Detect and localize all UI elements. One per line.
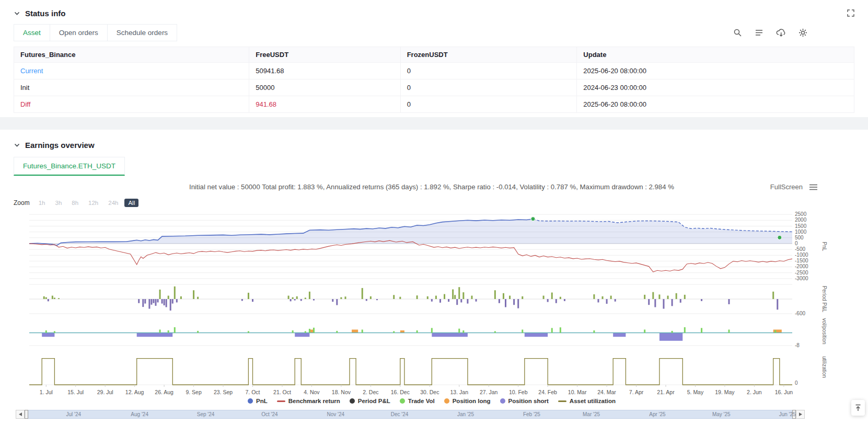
period-pnl-bar — [172, 299, 173, 304]
period-pnl-bar — [366, 299, 367, 301]
x-axis-label: 10. Mar — [568, 389, 587, 395]
period-pnl-bar — [672, 299, 673, 306]
period-pnl-bar — [564, 299, 565, 301]
tab-asset[interactable]: Asset — [14, 24, 50, 41]
multi-panel-chart[interactable]: 25002000150010005000-500-1000-1500-2000-… — [14, 210, 850, 396]
section-title-earnings-overview: Earnings overview — [25, 141, 95, 150]
legend-label: Asset utilization — [570, 398, 616, 404]
nav-right-icon[interactable] — [796, 410, 805, 419]
period-pnl-bar — [676, 293, 677, 299]
trade-vol-bar — [305, 331, 306, 333]
period-pnl-bar — [648, 299, 650, 305]
zoom-button-12h[interactable]: 12h — [85, 199, 102, 207]
period-pnl-bar — [166, 299, 167, 307]
period-pnl-bar — [505, 299, 506, 307]
period-pnl-bar — [313, 299, 315, 301]
tab-open-orders[interactable]: Open orders — [50, 24, 108, 41]
navigator-month-label: Sep '24 — [197, 411, 215, 417]
legend-item-period-p-l[interactable]: Period P&L — [350, 398, 390, 404]
period-pnl-bar — [144, 299, 146, 304]
period-pnl-bar — [543, 296, 545, 299]
chart-navigator: Jul '24Aug '24Sep '24Oct '24Nov '24Dec '… — [16, 410, 805, 419]
diff-update-time: 2025-06-20 08:00:00 — [577, 96, 854, 113]
position-short-bar — [295, 333, 309, 337]
expand-icon[interactable] — [847, 9, 854, 17]
trade-vol-bar — [774, 330, 776, 333]
period-pnl-bar — [52, 296, 53, 299]
list-icon[interactable] — [755, 28, 763, 37]
zoom-button-3h[interactable]: 3h — [51, 199, 65, 207]
x-axis-label: 7. Oct — [246, 389, 260, 395]
current-update-time: 2025-06-20 08:00:00 — [577, 63, 854, 79]
period-pnl-bar — [399, 297, 401, 299]
legend-swatch — [277, 400, 285, 402]
navigator-month-label: Mar '25 — [583, 411, 600, 417]
chart-summary: Initial net value : 50000 Total profit: … — [14, 183, 850, 193]
period-pnl-bar — [503, 293, 504, 299]
legend-item-pnl[interactable]: PnL — [248, 398, 268, 404]
navigator-month-label: Apr '25 — [649, 411, 665, 417]
menu-icon[interactable] — [809, 184, 817, 190]
navigator-month-label: May '25 — [712, 411, 731, 417]
nav-left-icon[interactable] — [16, 410, 25, 419]
period-pnl-bar — [336, 299, 338, 305]
x-axis-label: 24. Feb — [538, 389, 557, 395]
axis-title: utilization — [821, 356, 827, 378]
fullscreen-button[interactable]: FullScreen — [770, 183, 803, 191]
trade-vol-bar — [684, 327, 686, 333]
period-pnl-bar — [340, 297, 342, 299]
navigator-handle-left[interactable] — [25, 410, 28, 419]
collapse-chevron-icon[interactable] — [14, 142, 20, 148]
navigator-track[interactable]: Jul '24Aug '24Sep '24Oct '24Nov '24Dec '… — [25, 410, 796, 419]
earnings-chart: Initial net value : 50000 Total profit: … — [14, 183, 850, 419]
y-axis-label: -8 — [795, 342, 800, 348]
x-axis-label: 27. Jan — [480, 389, 498, 395]
y-axis-label: -600 — [795, 311, 805, 316]
tab-futures-binance-eth-usdt[interactable]: Futures_Binance.ETH_USDT — [14, 157, 125, 176]
x-axis-label: 21. Apr — [657, 389, 675, 395]
legend-swatch — [444, 398, 449, 404]
gear-icon[interactable] — [798, 28, 807, 37]
axis-title: vol/position — [821, 318, 827, 344]
period-pnl-bar — [701, 299, 702, 301]
trade-vol-bar — [168, 330, 169, 333]
status-info-card: Status info Asset Open orders Schedule o… — [0, 0, 868, 117]
period-pnl-bar — [476, 299, 477, 302]
col-header-futures-binance: Futures_Binance — [14, 47, 249, 63]
legend-label: Position long — [453, 398, 491, 404]
y-axis-label: -1500 — [795, 258, 808, 263]
cloud-download-icon[interactable] — [776, 28, 786, 37]
chart-legend: PnLBenchmark returnPeriod P&LTrade VolPo… — [14, 396, 850, 406]
period-pnl-bar — [644, 295, 645, 299]
period-pnl-bar — [555, 299, 557, 303]
period-pnl-bar — [728, 299, 730, 304]
period-pnl-bar — [435, 296, 437, 299]
legend-item-trade-vol[interactable]: Trade Vol — [400, 398, 435, 404]
zoom-button-24h[interactable]: 24h — [105, 199, 122, 207]
period-pnl-bar — [180, 296, 182, 299]
collapse-chevron-icon[interactable] — [14, 10, 20, 17]
legend-item-position-short[interactable]: Position short — [500, 398, 549, 404]
period-pnl-bar — [370, 296, 372, 299]
period-pnl-bar — [176, 299, 178, 302]
legend-label: Benchmark return — [288, 398, 340, 404]
trade-vol-bar — [313, 328, 315, 333]
init-free-usdt: 50000 — [249, 79, 400, 96]
legend-item-benchmark-return[interactable]: Benchmark return — [277, 398, 340, 404]
legend-item-position-long[interactable]: Position long — [444, 398, 491, 404]
search-icon[interactable] — [733, 28, 742, 37]
tab-schedule-orders[interactable]: Schedule orders — [107, 24, 177, 41]
zoom-button-8h[interactable]: 8h — [68, 199, 82, 207]
legend-item-asset-utilization[interactable]: Asset utilization — [558, 398, 616, 404]
position-short-bar — [613, 333, 626, 337]
back-to-top-button[interactable] — [851, 400, 865, 416]
row-label-current[interactable]: Current — [14, 63, 249, 79]
row-label-diff: Diff — [14, 96, 249, 113]
period-pnl-bar — [305, 297, 306, 299]
zoom-button-1h[interactable]: 1h — [35, 199, 49, 207]
period-pnl-bar — [684, 295, 686, 299]
zoom-button-all[interactable]: All — [124, 199, 138, 207]
period-pnl-bar — [300, 299, 302, 301]
trade-vol-bar — [362, 329, 363, 333]
trade-vol-bar — [494, 331, 496, 333]
